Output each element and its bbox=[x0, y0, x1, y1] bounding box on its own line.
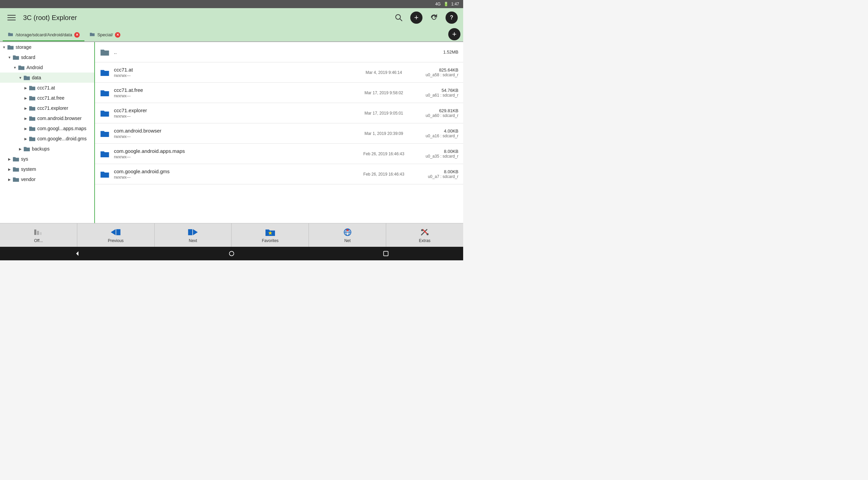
chevron-data: ▼ bbox=[18, 75, 23, 80]
chevron-system: ▶ bbox=[7, 166, 12, 172]
file-name-ccc71explorer: ccc71.explorer bbox=[114, 107, 357, 113]
file-owner-ccc71atfree: u0_a61 : sdcard_r bbox=[411, 93, 458, 98]
svg-point-21 bbox=[427, 233, 429, 235]
help-icon[interactable]: ? bbox=[446, 12, 458, 24]
svg-rect-24 bbox=[384, 251, 388, 256]
svg-marker-8 bbox=[111, 229, 116, 235]
tab2-close-button[interactable]: ✕ bbox=[115, 32, 120, 38]
nav-offscreen-button[interactable]: Off... bbox=[0, 223, 77, 247]
tree-item-vendor[interactable]: ▶ vendor bbox=[0, 174, 94, 184]
file-size-owner-comgooglemaps: 8.00KB u0_a35 : sdcard_r bbox=[411, 149, 458, 159]
bottom-nav: Off... Previous Next Favorites bbox=[0, 223, 463, 247]
file-size-owner-comgooglegms: 8.00KB u0_a7 : sdcard_r bbox=[411, 169, 458, 179]
tree-item-android[interactable]: ▼ Android bbox=[0, 62, 94, 73]
file-date-comgooglegms: Feb 26, 2019 16:46:43 bbox=[357, 172, 411, 177]
file-info-ccc71explorer: ccc71.explorer rwxrwx--- bbox=[114, 107, 357, 119]
nav-next-button[interactable]: Next bbox=[155, 223, 232, 247]
add-icon[interactable]: + bbox=[410, 12, 422, 24]
nav-net-button[interactable]: Net bbox=[309, 223, 386, 247]
tree-label-data: data bbox=[32, 75, 41, 80]
nav-favorites-button[interactable]: Favorites bbox=[232, 223, 309, 247]
file-name-comgooglemaps: com.google.android.apps.maps bbox=[114, 148, 357, 154]
tree-item-data[interactable]: ▼ data bbox=[0, 73, 94, 83]
file-owner-comgooglemaps: u0_a35 : sdcard_r bbox=[411, 154, 458, 159]
tree-item-system[interactable]: ▶ system bbox=[0, 164, 94, 174]
svg-rect-10 bbox=[188, 229, 192, 235]
tab1-close-button[interactable]: ✕ bbox=[74, 32, 80, 38]
tree-item-comgooglemaps[interactable]: ▶ com.googl...apps.maps bbox=[0, 123, 94, 134]
tree-item-backups[interactable]: ▶ backups bbox=[0, 144, 94, 154]
file-row-comgooglegms[interactable]: com.google.android.gms rwxrwx--- Feb 26,… bbox=[95, 164, 463, 184]
tree-label-ccc71at: ccc71.at bbox=[37, 85, 55, 91]
svg-marker-11 bbox=[193, 229, 198, 235]
chevron-combrowser: ▶ bbox=[23, 116, 28, 121]
file-size-comgooglemaps: 8.00KB bbox=[411, 149, 458, 154]
svg-point-23 bbox=[229, 251, 234, 256]
refresh-icon[interactable] bbox=[428, 12, 440, 24]
file-date-comgooglemaps: Feb 26, 2019 16:46:43 bbox=[357, 152, 411, 156]
favorites-label: Favorites bbox=[262, 238, 278, 243]
file-date-ccc71explorer: Mar 17, 2019 9:05:01 bbox=[357, 111, 411, 116]
signal-icon: 4G bbox=[435, 2, 441, 6]
chevron-sdcard: ▼ bbox=[7, 55, 12, 60]
file-name-parent: .. bbox=[114, 49, 357, 55]
status-bar: 4G 🔋 1:47 bbox=[0, 0, 463, 8]
file-size-combrowser: 4.00KB bbox=[411, 128, 458, 134]
file-size-owner-ccc71atfree: 54.76KB u0_a61 : sdcard_r bbox=[411, 88, 458, 98]
chevron-backups: ▶ bbox=[18, 146, 23, 152]
android-nav-bar bbox=[0, 247, 463, 260]
file-perms-ccc71explorer: rwxrwx--- bbox=[114, 114, 357, 119]
file-row-combrowser[interactable]: com.android.browser rwxrwx--- Mar 1, 201… bbox=[95, 123, 463, 144]
file-row-ccc71explorer[interactable]: ccc71.explorer rwxrwx--- Mar 17, 2019 9:… bbox=[95, 103, 463, 123]
tab-storage-data[interactable]: /storage/sdcard/Android/data ✕ bbox=[3, 29, 84, 41]
net-icon bbox=[342, 227, 353, 237]
file-owner-ccc71at: u0_a58 : sdcard_r bbox=[411, 73, 458, 77]
tab2-folder-icon bbox=[89, 32, 95, 38]
file-size-ccc71at: 825.64KB bbox=[411, 67, 458, 73]
menu-icon[interactable] bbox=[5, 12, 18, 24]
svg-point-3 bbox=[396, 15, 400, 19]
svg-rect-1 bbox=[7, 17, 16, 18]
tree-item-ccc71atfree[interactable]: ▶ ccc71.at.free bbox=[0, 93, 94, 103]
file-row-comgooglemaps[interactable]: com.google.android.apps.maps rwxrwx--- F… bbox=[95, 144, 463, 164]
tree-label-sys: sys bbox=[21, 156, 28, 162]
file-row-ccc71at[interactable]: ccc71.at rwxrwx--- Mar 4, 2019 9:46:14 8… bbox=[95, 62, 463, 83]
file-row-ccc71atfree[interactable]: ccc71.at.free rwxrwx--- Mar 17, 2019 9:5… bbox=[95, 83, 463, 103]
file-perms-comgooglegms: rwxrwx--- bbox=[114, 175, 357, 180]
tree-label-backups: backups bbox=[32, 146, 50, 152]
tree-item-sys[interactable]: ▶ sys bbox=[0, 154, 94, 164]
home-button[interactable] bbox=[225, 247, 238, 260]
tree-label-ccc71explorer: ccc71.explorer bbox=[37, 105, 68, 111]
file-info-comgooglemaps: com.google.android.apps.maps rwxrwx--- bbox=[114, 148, 357, 159]
nav-previous-button[interactable]: Previous bbox=[77, 223, 155, 247]
favorites-icon bbox=[265, 227, 276, 237]
offscreen-label: Off... bbox=[34, 238, 43, 243]
tree-item-ccc71explorer[interactable]: ▶ ccc71.explorer bbox=[0, 103, 94, 113]
tree-item-sdcard[interactable]: ▼ sdcard bbox=[0, 52, 94, 62]
file-name-ccc71atfree: ccc71.at.free bbox=[114, 87, 357, 93]
tree-item-combrowser[interactable]: ▶ com.android.browser bbox=[0, 113, 94, 123]
recents-button[interactable] bbox=[380, 247, 392, 260]
search-icon[interactable] bbox=[393, 12, 405, 24]
back-button[interactable] bbox=[71, 247, 83, 260]
tab1-folder-icon bbox=[7, 32, 14, 38]
file-size-owner-ccc71at: 825.64KB u0_a58 : sdcard_r bbox=[411, 67, 458, 77]
file-info-ccc71at: ccc71.at rwxrwx--- bbox=[114, 67, 357, 78]
svg-rect-0 bbox=[7, 15, 16, 16]
file-row-parent[interactable]: .. 1.52MB bbox=[95, 42, 463, 62]
nav-extras-button[interactable]: Extras bbox=[386, 223, 463, 247]
file-panel: .. 1.52MB ccc71.at rwxrwx--- Mar 4, 2019… bbox=[95, 42, 463, 223]
tree-item-ccc71at[interactable]: ▶ ccc71.at bbox=[0, 83, 94, 93]
file-perms-ccc71atfree: rwxrwx--- bbox=[114, 94, 357, 98]
tree-item-comgooglegms[interactable]: ▶ com.google...droid.gms bbox=[0, 134, 94, 144]
tab-special[interactable]: Special/ ✕ bbox=[84, 29, 125, 41]
tab-add-button[interactable]: + bbox=[448, 28, 460, 40]
svg-point-20 bbox=[421, 229, 423, 231]
tree-panel: ▼ storage ▼ sdcard ▼ Android ▼ data ▶ cc… bbox=[0, 42, 95, 223]
previous-icon bbox=[110, 227, 121, 237]
file-date-ccc71atfree: Mar 17, 2019 9:58:02 bbox=[357, 91, 411, 95]
tree-item-storage[interactable]: ▼ storage bbox=[0, 42, 94, 52]
file-name-comgooglegms: com.google.android.gms bbox=[114, 168, 357, 174]
file-info-parent: .. bbox=[114, 49, 357, 55]
svg-rect-6 bbox=[37, 231, 39, 235]
